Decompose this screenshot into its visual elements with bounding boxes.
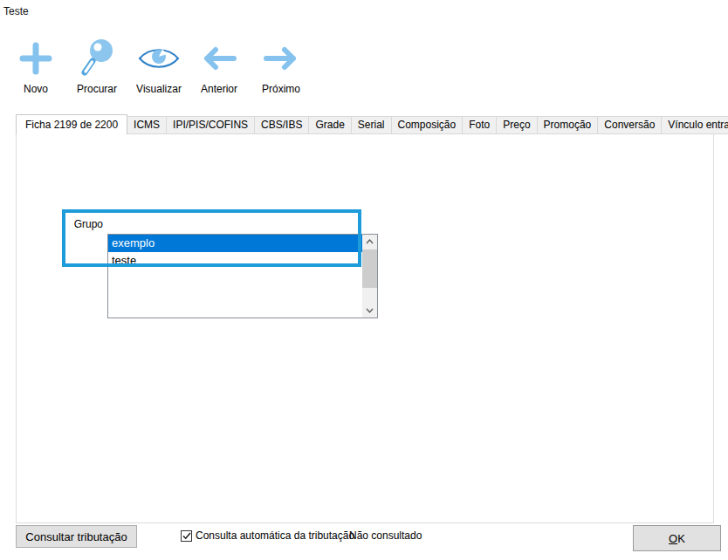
tab-cbs-ibs[interactable]: CBS/IBS: [255, 116, 309, 134]
tab-grade[interactable]: Grade: [309, 116, 351, 134]
dropdown-scrollbar[interactable]: [362, 235, 377, 318]
toolbar-label: Novo: [24, 83, 48, 95]
toolbar-label: Próximo: [262, 83, 300, 95]
tab-page-panel: [16, 133, 714, 523]
product-form-window: Teste Novo Procurar Visualizar: [0, 0, 728, 560]
ok-button[interactable]: OK: [633, 525, 721, 551]
consulta-automatica-label: Consulta automática da tributação: [196, 529, 354, 543]
toolbar-button-visualizar[interactable]: Visualizar: [128, 37, 189, 95]
tab-preco[interactable]: Preço: [497, 116, 537, 134]
window-title: Teste: [3, 5, 29, 17]
eye-icon: [137, 37, 181, 80]
scroll-up-icon[interactable]: [362, 235, 377, 249]
tab-foto[interactable]: Foto: [463, 116, 497, 134]
toolbar-button-novo[interactable]: Novo: [5, 37, 66, 95]
consulta-automatica-checkbox[interactable]: [181, 530, 192, 542]
tab-ficha[interactable]: Ficha 2199 de 2200: [16, 114, 127, 134]
toolbar-button-proximo[interactable]: Próximo: [251, 37, 312, 95]
checkmark-icon: [182, 532, 191, 540]
toolbar-button-procurar[interactable]: Procurar: [66, 37, 127, 95]
tab-conversao[interactable]: Conversão: [598, 116, 662, 134]
arrow-right-icon: [263, 37, 299, 80]
status-text: Não consultado: [349, 529, 422, 543]
plus-icon: [17, 37, 55, 80]
toolbar-label: Visualizar: [136, 83, 182, 95]
toolbar-label: Anterior: [201, 83, 237, 95]
tab-ipi-pis-cofins[interactable]: IPI/PIS/COFINS: [167, 116, 255, 134]
grupo-dropdown-list: exemplo teste: [107, 234, 378, 318]
ok-label-rest: K: [677, 532, 685, 545]
tab-icms[interactable]: ICMS: [127, 116, 167, 134]
scroll-down-icon[interactable]: [362, 304, 377, 318]
arrow-left-icon: [201, 37, 237, 80]
consultar-tributacao-button[interactable]: Consultar tributação: [16, 525, 137, 548]
tab-composicao[interactable]: Composição: [392, 116, 464, 134]
toolbar-label: Procurar: [77, 83, 117, 95]
tab-promocao[interactable]: Promoção: [538, 116, 599, 134]
tab-vinculo-entrada[interactable]: Vínculo entrada: [662, 116, 728, 134]
scrollbar-thumb[interactable]: [362, 249, 377, 288]
toolbar-button-anterior[interactable]: Anterior: [189, 37, 250, 95]
grupo-label: Grupo: [0, 215, 103, 234]
magnifier-icon: [77, 37, 117, 80]
grupo-option-teste[interactable]: teste: [108, 252, 362, 270]
tab-serial[interactable]: Serial: [352, 116, 392, 134]
grupo-option-exemplo[interactable]: exemplo: [108, 235, 362, 252]
ok-label-mnemonic: O: [669, 532, 677, 545]
tab-strip: Ficha 2199 de 2200 ICMS IPI/PIS/COFINS C…: [16, 114, 728, 134]
